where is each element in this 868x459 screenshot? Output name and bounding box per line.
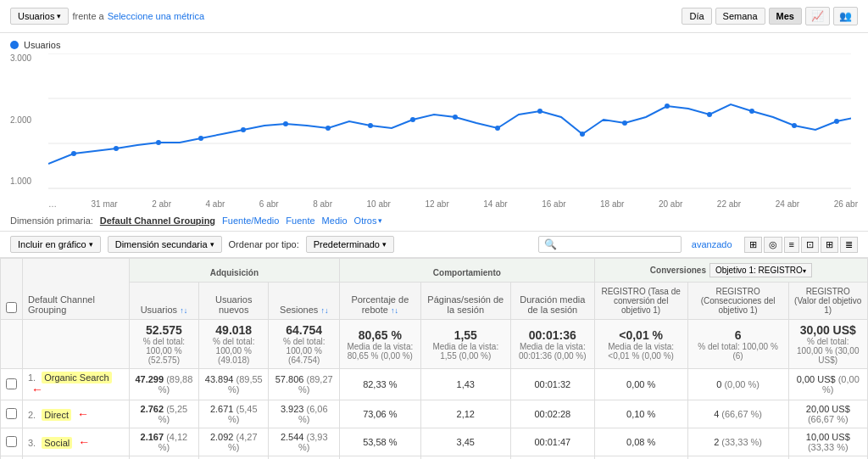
view-pivot-icon[interactable]: ⊡ — [801, 237, 819, 253]
svg-point-19 — [707, 112, 712, 117]
col-sesiones[interactable]: Sesiones ↑↓ — [269, 283, 340, 320]
search-input[interactable] — [557, 239, 676, 249]
dim-default-channel[interactable]: Default Channel Grouping — [100, 216, 215, 226]
x-label-2abr: 2 abr — [152, 199, 171, 209]
col-consecuciones[interactable]: REGISTRO (Consecuciones del objetivo 1) — [687, 283, 788, 320]
ordenar-label: Ordenar por tipo: — [229, 239, 299, 249]
row-tasa-0: 0,00 % — [594, 369, 687, 400]
total-tasa: <0,01 % Media de la vista: <0,01 % (0,00… — [594, 320, 687, 369]
channel-arrow-1: ← — [77, 407, 89, 421]
total-rebote: 80,65 % Media de la vista: 80,65 % (0,00… — [340, 320, 421, 369]
dim-medio[interactable]: Medio — [322, 216, 348, 226]
objetivo-dropdown[interactable]: Objetivo 1: REGISTRO — [709, 263, 812, 277]
svg-point-13 — [453, 115, 458, 120]
row-usuarios-nuevos-0: 43.894 (89,55 %) — [199, 369, 269, 400]
x-label-8abr: 8 abr — [313, 199, 332, 209]
chart-line-icon[interactable]: 📈 — [805, 7, 830, 25]
col-tasa[interactable]: REGISTRO (Tasa de conversión del objetiv… — [594, 283, 687, 320]
view-table-icon[interactable]: ≡ — [784, 237, 799, 253]
legend-dot — [10, 41, 19, 49]
row-rebote-0: 82,33 % — [340, 369, 421, 400]
row-valor-1: 20,00 US$ (66,67 %) — [788, 400, 867, 428]
dim-fuente[interactable]: Fuente — [286, 216, 314, 226]
select-all-checkbox[interactable] — [6, 302, 17, 313]
view-custom-icon[interactable]: ⊞ — [821, 237, 838, 253]
row-sesiones-1: 3.923 (6,06 %) — [269, 400, 340, 428]
x-label-6abr: 6 abr — [259, 199, 279, 209]
total-sesiones: 64.754 % del total: 100,00 % (64.754) — [269, 320, 340, 369]
dim-primary-label: Dimensión primaria: — [10, 216, 93, 226]
channel-arrow-2: ← — [78, 435, 90, 449]
x-label-24abr: 24 abr — [776, 199, 799, 209]
period-week-btn[interactable]: Semana — [715, 8, 765, 25]
x-label-16abr: 16 abr — [542, 199, 565, 209]
col-usuarios[interactable]: Usuarios ↑↓ — [129, 283, 198, 320]
row-checkbox-2[interactable] — [1, 428, 23, 456]
col-duracion[interactable]: Duración media de la sesión — [510, 283, 594, 320]
channel-arrow-0: ← — [31, 383, 43, 396]
dim-otros[interactable]: Otros▾ — [354, 216, 383, 226]
ordenar-btn[interactable]: Predeterminado — [306, 236, 394, 253]
view-detail-icon[interactable]: ≣ — [840, 237, 858, 253]
row-paginas-1: 2,12 — [420, 400, 510, 428]
total-valor: 30,00 US$ % del total: 100,00 % (30,00 U… — [788, 320, 867, 369]
svg-point-8 — [241, 127, 246, 132]
channel-label-0[interactable]: Organic Search — [42, 372, 111, 383]
dim-fuente-medio[interactable]: Fuente/Medio — [222, 216, 279, 226]
row-checkbox-3[interactable] — [1, 456, 23, 460]
view-pie-icon[interactable]: ◎ — [764, 237, 782, 253]
row-valor-3: 0,00 US$ (0,00 %) — [788, 456, 867, 460]
channel-label-2[interactable]: Social — [42, 437, 72, 449]
select-metric-link[interactable]: Seleccione una métrica — [108, 11, 204, 21]
period-day-btn[interactable]: Día — [682, 8, 711, 25]
col-valor[interactable]: REGISTRO (Valor del objetivo 1) — [788, 283, 867, 320]
total-usuarios: 52.575 % del total: 100,00 % (52.575) — [129, 320, 198, 369]
table-row: 2. Direct ← 2.762 (5,25 %) 2.671 (5,45 %… — [1, 400, 868, 428]
metric-dropdown[interactable]: Usuarios — [10, 8, 69, 25]
svg-point-21 — [792, 123, 797, 128]
row-usuarios-2: 2.167 (4,12 %) — [129, 428, 198, 456]
x-label-22abr: 22 abr — [717, 199, 741, 209]
y-axis: 3.000 2.000 1.000 — [10, 53, 31, 198]
metric-selector: Usuarios frente a Seleccione una métrica — [10, 8, 204, 25]
comportamiento-header: Comportamiento — [340, 259, 595, 283]
col-rebote[interactable]: Porcentaje de rebote ↑↓ — [340, 283, 421, 320]
table-row: 3. Social ← 2.167 (4,12 %) 2.092 (4,27 %… — [1, 428, 868, 456]
y-label-1000: 1.000 — [10, 176, 31, 186]
svg-point-14 — [495, 126, 500, 131]
x-label-31mar: 31 mar — [92, 199, 118, 209]
svg-point-6 — [156, 140, 161, 145]
search-icon: 🔍 — [544, 238, 557, 250]
row-checkbox-1[interactable] — [1, 400, 23, 428]
total-duracion: 00:01:36 Media de la vista: 00:01:36 (0,… — [510, 320, 594, 369]
x-axis: … 31 mar 2 abr 4 abr 6 abr 8 abr 10 abr … — [48, 198, 858, 210]
view-grid-icon[interactable]: ⊞ — [744, 237, 762, 253]
row-tasa-1: 0,10 % — [594, 400, 687, 428]
x-label-14abr: 14 abr — [483, 199, 507, 209]
table-row: 1. Organic Search ← 47.299 (89,88 %) 43.… — [1, 369, 868, 400]
row-paginas-3: 1,54 — [420, 456, 510, 460]
row-duracion-0: 00:01:32 — [510, 369, 594, 400]
avanzado-link[interactable]: avanzado — [692, 239, 732, 249]
x-label-26abr: 26 abr — [834, 199, 858, 209]
period-month-btn[interactable]: Mes — [769, 8, 802, 25]
row-checkbox-0[interactable] — [1, 369, 23, 400]
row-paginas-0: 1,43 — [420, 369, 510, 400]
col-paginas[interactable]: Páginas/sesión de la sesión — [420, 283, 510, 320]
row-consecuciones-2: 2 (33,33 %) — [687, 428, 788, 456]
dim-secundaria-btn[interactable]: Dimensión secundaria — [108, 236, 222, 253]
x-label-10abr: 10 abr — [367, 199, 391, 209]
svg-point-15 — [537, 109, 542, 114]
total-row: 52.575 % del total: 100,00 % (52.575) 49… — [1, 320, 868, 369]
chart-bar-icon[interactable]: 👥 — [833, 7, 858, 25]
row-channel-0: 1. Organic Search ← — [23, 369, 130, 400]
channel-label-1[interactable]: Direct — [42, 409, 71, 421]
row-usuarios-nuevos-3: 360 (0,73 %) — [199, 456, 269, 460]
chart-legend: Usuarios — [10, 40, 858, 50]
row-usuarios-nuevos-2: 2.092 (4,27 %) — [199, 428, 269, 456]
row-consecuciones-1: 4 (66,67 %) — [687, 400, 788, 428]
svg-point-10 — [326, 126, 331, 131]
incluir-grafico-btn[interactable]: Incluir en gráfico — [10, 236, 101, 253]
col-usuarios-nuevos[interactable]: Usuarios nuevos — [199, 283, 269, 320]
svg-point-5 — [114, 146, 119, 151]
